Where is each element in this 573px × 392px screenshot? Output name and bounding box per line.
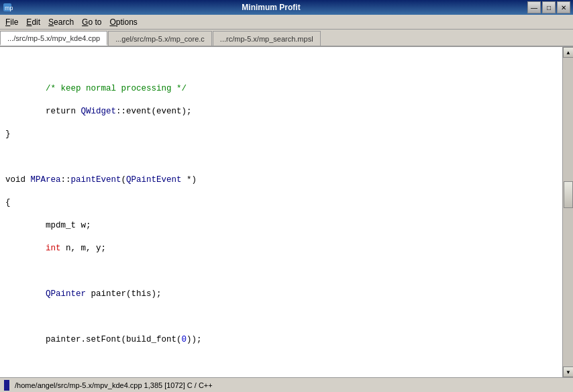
menu-bar: File Edit Search Go to Options <box>0 15 573 30</box>
cursor-indicator <box>4 380 9 391</box>
scroll-track[interactable] <box>563 58 573 366</box>
menu-options[interactable]: Options <box>105 15 141 29</box>
menu-search[interactable]: Search <box>44 15 78 29</box>
status-bar: /home/angel/src/mp-5.x/mpv_kde4.cpp 1,38… <box>0 377 573 392</box>
scroll-down-button[interactable]: ▼ <box>563 366 573 377</box>
app-icon: mp <box>0 0 15 15</box>
tab-2[interactable]: ...rc/mp-5.x/mp_search.mpsl <box>213 31 321 46</box>
window-controls: — □ ✕ <box>527 1 573 13</box>
status-text: /home/angel/src/mp-5.x/mpv_kde4.cpp 1,38… <box>15 381 213 389</box>
scroll-up-button[interactable]: ▲ <box>563 47 573 58</box>
menu-file[interactable]: File <box>1 15 22 29</box>
maximize-button[interactable]: □ <box>542 1 556 13</box>
svg-text:mp: mp <box>5 5 13 11</box>
tab-0[interactable]: .../src/mp-5.x/mpv_kde4.cpp <box>0 31 107 46</box>
menu-edit[interactable]: Edit <box>22 15 44 29</box>
title-bar: mp Minimum Profit — □ ✕ <box>0 0 573 15</box>
close-button[interactable]: ✕ <box>557 1 570 13</box>
scroll-thumb[interactable] <box>564 181 573 208</box>
tab-1[interactable]: ...gel/src/mp-5.x/mp_core.c <box>108 31 212 46</box>
menu-goto[interactable]: Go to <box>78 15 105 29</box>
minimize-button[interactable]: — <box>527 1 541 13</box>
editor-content[interactable]: /* keep normal processing */ return QWid… <box>0 47 562 377</box>
scrollbar[interactable]: ▲ ▼ <box>562 47 573 377</box>
tab-bar: .../src/mp-5.x/mpv_kde4.cpp ...gel/src/m… <box>0 30 573 47</box>
window-title: Minimum Profit <box>15 3 527 12</box>
editor-wrapper: /* keep normal processing */ return QWid… <box>0 47 573 377</box>
